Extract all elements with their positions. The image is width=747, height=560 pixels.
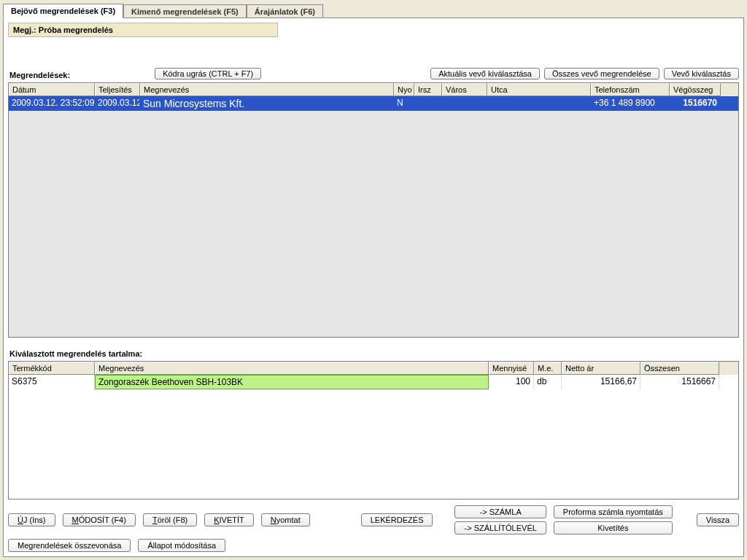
col-nyo[interactable]: Nyo <box>394 83 414 96</box>
orders-grid: Dátum Teljesítés Megnevezés Nyo Irsz Vár… <box>8 82 739 338</box>
note-bar: Megj.: Próba megrendelés <box>8 23 278 37</box>
cell-utca <box>487 96 591 111</box>
select-customer-button[interactable]: Vevő kiválasztás <box>664 68 739 79</box>
col-osszesen[interactable]: Összesen <box>640 362 719 375</box>
cell-termekkod: S6375 <box>9 375 95 389</box>
query-button[interactable]: LEKÉRDEZÉS <box>361 513 433 526</box>
cell-osszesen: 1516667 <box>640 375 719 389</box>
col-vegosszeg[interactable]: Végösszeg <box>670 83 721 96</box>
orders-grid-header: Dátum Teljesítés Megnevezés Nyo Irsz Vár… <box>9 83 738 96</box>
tab-quotes[interactable]: Árajánlatok (F6) <box>247 4 323 18</box>
state-modify-button[interactable]: Állapot módosítása <box>138 539 225 552</box>
details-grid-header: Termékkód Megnevezés Mennyisé M.e. Netto… <box>9 362 738 375</box>
details-grid-body[interactable]: S6375 Zongoraszék Beethoven SBH-103BK 10… <box>9 375 738 499</box>
cell-vegosszeg: 1516670 <box>670 96 721 111</box>
delete-button[interactable]: Töröl (F8) <box>143 513 197 526</box>
cell-netto: 15166,67 <box>562 375 640 389</box>
print-button[interactable]: Nyomtat <box>261 513 310 526</box>
to-invoice-button[interactable]: -> SZÁMLA <box>454 505 546 518</box>
modify-button[interactable]: MÓDOSÍT (F4) <box>63 513 136 526</box>
tab-strip: Bejövő megrendelések (F3) Kimenő megrend… <box>0 0 747 18</box>
select-current-customer-button[interactable]: Aktuális vevő kiválasztása <box>430 68 540 79</box>
orders-toolbar: Megrendelések: Kódra ugrás (CTRL + F7) A… <box>8 66 739 81</box>
note-value: Próba megrendelés <box>39 26 113 34</box>
tab-content: Megj.: Próba megrendelés Megrendelések: … <box>3 18 744 557</box>
new-button[interactable]: ÚJ (Ins) <box>8 513 55 526</box>
cell-varos <box>442 96 487 111</box>
col-megnevezes[interactable]: Megnevezés <box>140 83 394 96</box>
col-irsz[interactable]: Irsz <box>414 83 442 96</box>
tab-incoming-orders[interactable]: Bejövő megrendelések (F3) <box>3 4 123 18</box>
content-wrap: Megj.: Próba megrendelés Megrendelések: … <box>4 18 743 499</box>
merge-orders-button[interactable]: Megrendelések összevonása <box>8 539 131 552</box>
app-root: Bejövő megrendelések (F3) Kimenő megrend… <box>0 0 747 560</box>
col-mennyiseg[interactable]: Mennyisé <box>489 362 534 375</box>
cell-irsz <box>414 96 442 111</box>
cell-teljesites: 2009.03.12. <box>95 96 140 111</box>
cell-datum: 2009.03.12. 23:52:09 <box>9 96 95 111</box>
bottom-toolbar: ÚJ (Ins) MÓDOSÍT (F4) Töröl (F8) KIVETÍT… <box>8 505 739 552</box>
col-me[interactable]: M.e. <box>534 362 562 375</box>
details-grid: Termékkód Megnevezés Mennyisé M.e. Netto… <box>8 361 739 499</box>
col-det-megnevezes[interactable]: Megnevezés <box>95 362 489 375</box>
new-button-rest: J (Ins) <box>23 516 46 524</box>
col-utca[interactable]: Utca <box>487 83 591 96</box>
back-button[interactable]: Vissza <box>697 513 739 526</box>
cell-mennyiseg: 100 <box>489 375 534 389</box>
tab-outgoing-orders[interactable]: Kimenő megrendelések (F5) <box>123 4 247 18</box>
to-delivery-note-button[interactable]: -> SZÁLLÍTÓLEVÉL <box>454 521 546 534</box>
note-label: Megj.: <box>13 26 36 34</box>
cell-telefon: +36 1 489 8900 <box>591 96 670 111</box>
all-customer-orders-button[interactable]: Összes vevő megrendelése <box>544 68 659 79</box>
details-row[interactable]: S6375 Zongoraszék Beethoven SBH-103BK 10… <box>9 375 738 389</box>
orders-grid-body[interactable]: 2009.03.12. 23:52:09 2009.03.12. Sun Mic… <box>9 96 738 337</box>
col-teljesites[interactable]: Teljesítés <box>95 83 140 96</box>
projection-button[interactable]: Kivetítés <box>554 521 673 534</box>
project-button[interactable]: KIVETÍT <box>204 513 254 526</box>
jump-to-code-button[interactable]: Kódra ugrás (CTRL + F7) <box>155 68 261 79</box>
orders-row[interactable]: 2009.03.12. 23:52:09 2009.03.12. Sun Mic… <box>9 96 738 111</box>
cell-megnevezes: Sun Microsystems Kft. <box>140 96 394 111</box>
proforma-print-button[interactable]: Proforma számla nyomtatás <box>554 505 673 518</box>
details-title: Kiválasztott megrendelés tartalma: <box>8 345 739 359</box>
col-varos[interactable]: Város <box>442 83 487 96</box>
cell-det-megnevezes: Zongoraszék Beethoven SBH-103BK <box>95 375 489 389</box>
cell-me: db <box>534 375 562 389</box>
col-telefon[interactable]: Telefonszám <box>591 83 670 96</box>
orders-title: Megrendelések: <box>8 66 70 81</box>
col-netto[interactable]: Netto ár <box>562 362 640 375</box>
cell-nyo: N <box>394 96 414 111</box>
col-datum[interactable]: Dátum <box>9 83 95 96</box>
col-termekkod[interactable]: Termékkód <box>9 362 95 375</box>
